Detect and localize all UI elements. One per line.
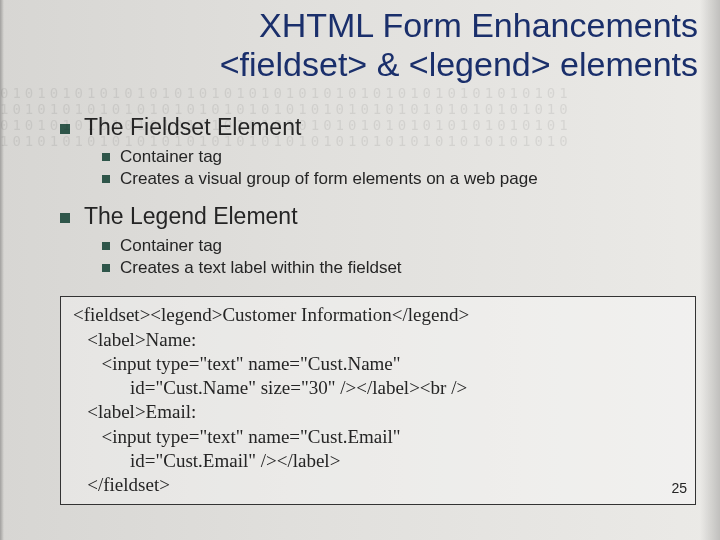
code-line: <label>Name: [73,328,683,352]
square-bullet-icon [102,153,110,161]
square-bullet-icon [60,213,70,223]
code-line: id="Cust.Email" /></label> [73,449,683,473]
page-number: 25 [671,480,687,498]
code-line: <fieldset><legend>Customer Information</… [73,303,683,327]
square-bullet-icon [102,242,110,250]
slide-title: XHTML Form Enhancements <fieldset> & <le… [0,0,720,84]
code-example-box: <fieldset><legend>Customer Information</… [60,296,696,505]
slide-body: The Fieldset Element Container tag Creat… [0,84,720,505]
code-line: id="Cust.Name" size="30" /></label><br /… [73,376,683,400]
title-line-1: XHTML Form Enhancements [259,6,698,44]
square-bullet-icon [60,124,70,134]
code-line: <input type="text" name="Cust.Email" [73,425,683,449]
square-bullet-icon [102,264,110,272]
section-2-point-1: Container tag [102,236,696,256]
title-line-2: <fieldset> & <legend> elements [220,45,698,83]
right-shadow [700,0,720,540]
section-2-heading: The Legend Element [60,203,696,230]
code-line: </fieldset> [73,473,683,497]
left-shadow [0,0,4,540]
square-bullet-icon [102,175,110,183]
section-1-point-2: Creates a visual group of form elements … [102,169,696,189]
code-line: <label>Email: [73,400,683,424]
section-1-point-1: Container tag [102,147,696,167]
section-2-point-2: Creates a text label within the fieldset [102,258,696,278]
code-line: <input type="text" name="Cust.Name" [73,352,683,376]
section-1-heading: The Fieldset Element [60,114,696,141]
